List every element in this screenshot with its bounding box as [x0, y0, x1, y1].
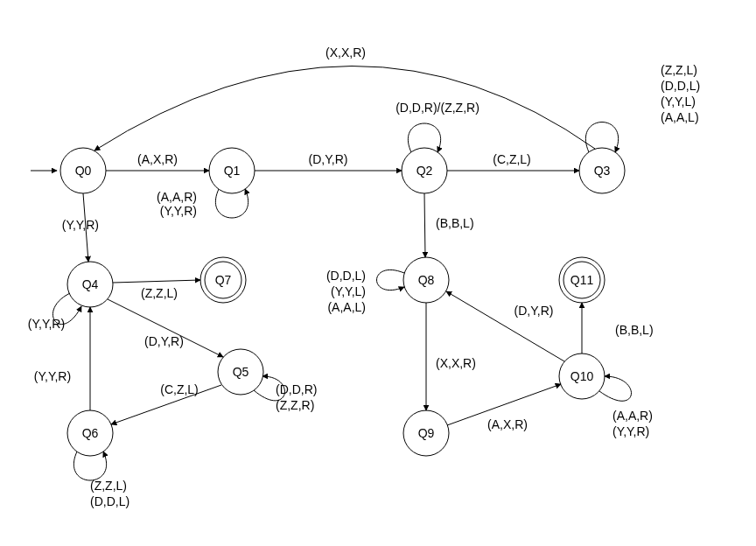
state-q6: Q6	[67, 410, 113, 456]
edge-label-q10-q11: (B,B,L)	[615, 323, 654, 337]
state-label-q7: Q7	[215, 273, 232, 287]
state-q4: Q4	[67, 262, 113, 307]
edge-label-q9-q10: (A,X,R)	[487, 417, 528, 431]
state-q2: Q2	[402, 148, 447, 193]
loop-label-q10-a: (A,A,R)	[612, 409, 653, 423]
state-q10: Q10	[559, 354, 605, 399]
edge-label-q2-q3: (C,Z,L)	[493, 152, 531, 166]
loop-label-q5-a: (D,D,R)	[276, 382, 317, 396]
state-q7: Q7	[200, 257, 246, 303]
turing-machine-diagram: Q0 Q1 Q2 Q3 Q4 Q5 Q6 Q7 Q8 Q9 Q10 Q11 (A…	[0, 0, 756, 546]
state-q1: Q1	[209, 148, 255, 193]
edge-q2-q8	[424, 193, 425, 257]
loop-label-q3-c: (Y,Y,L)	[661, 94, 696, 108]
edge-label-q3-q0: (X,X,R)	[326, 46, 366, 60]
state-label-q9: Q9	[418, 426, 435, 440]
state-label-q2: Q2	[416, 164, 433, 178]
state-label-q6: Q6	[82, 426, 99, 440]
state-label-q10: Q10	[570, 369, 594, 383]
loop-label-q6-a: (Z,Z,L)	[90, 479, 127, 493]
loop-label-q8-c: (A,A,L)	[327, 300, 366, 314]
loop-label-q8-b: (Y,Y,L)	[331, 284, 366, 298]
edge-label-q5-q6: (C,Z,L)	[160, 382, 199, 396]
state-label-q1: Q1	[224, 164, 241, 178]
edge-label-q4-q5: (D,Y,R)	[144, 334, 184, 348]
state-q9: Q9	[403, 410, 449, 456]
state-label-q0: Q0	[75, 164, 92, 178]
state-q11: Q11	[559, 257, 605, 303]
edge-label-q0-q1: (A,X,R)	[137, 152, 178, 166]
edge-label-q8-q9: (X,X,R)	[436, 356, 476, 370]
edge-q10-q8	[446, 291, 564, 361]
state-label-q3: Q3	[594, 164, 611, 178]
loop-label-q8-a: (D,D,L)	[326, 269, 366, 283]
loop-label-q1-a: (A,A,R)	[157, 190, 197, 204]
edge-label-q10-q8: (D,Y,R)	[514, 304, 554, 318]
state-label-q11: Q11	[570, 273, 594, 287]
loop-label-q5-b: (Z,Z,R)	[276, 398, 314, 412]
state-q0: Q0	[60, 148, 106, 193]
edge-label-q0-q4: (Y,Y,R)	[62, 218, 99, 232]
edge-label-q6-q4: (Y,Y,R)	[34, 369, 71, 383]
loop-label-q3-d: (A,A,L)	[661, 110, 699, 124]
edge-label-q1-q2: (D,Y,R)	[309, 152, 348, 166]
state-q8: Q8	[403, 257, 449, 303]
state-q5: Q5	[218, 349, 263, 395]
state-q3: Q3	[579, 148, 625, 193]
state-label-q8: Q8	[418, 273, 435, 287]
state-label-q5: Q5	[233, 365, 249, 379]
loop-label-q10-b: (Y,Y,R)	[612, 424, 649, 438]
loop-label-q2: (D,D,R)/(Z,Z,R)	[396, 101, 480, 115]
loop-label-q4: (Y,Y,R)	[28, 317, 65, 331]
edge-q4-q5	[108, 299, 223, 357]
loop-label-q1-b: (Y,Y,R)	[160, 204, 197, 218]
state-label-q4: Q4	[82, 277, 99, 291]
edge-label-q4-q7: (Z,Z,L)	[141, 286, 178, 300]
loop-label-q3-b: (D,D,L)	[661, 79, 700, 93]
edge-q3-q0	[94, 66, 595, 150]
loop-q8	[377, 270, 405, 290]
edge-q4-q7	[113, 280, 200, 283]
loop-label-q3-a: (Z,Z,L)	[661, 63, 697, 77]
edge-label-q2-q8: (B,B,L)	[436, 216, 474, 230]
loop-label-q6-b: (D,D,L)	[90, 494, 130, 508]
